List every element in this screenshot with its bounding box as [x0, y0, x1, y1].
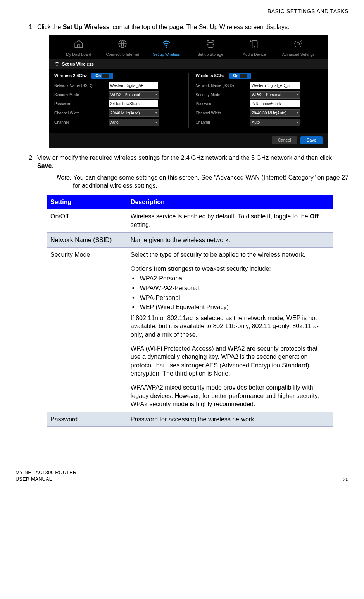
cell-setting: On/Off	[47, 209, 127, 232]
cell-setting: Password	[47, 412, 127, 427]
ch24-select[interactable]: Auto▾	[109, 119, 159, 126]
nav-device-label: Add a Device	[232, 52, 276, 57]
svg-point-5	[254, 47, 255, 47]
svg-point-7	[57, 65, 57, 66]
storage-icon	[205, 39, 216, 49]
r3-p5: WPA/WPA2 mixed security mode provides be…	[131, 383, 329, 409]
wireless-24-column: Wireless 2.4Ghz On Network Name (SSID)We…	[54, 73, 181, 128]
chevron-down-icon: ▾	[297, 121, 298, 125]
step2-text-pre: View or modify the required wireless set…	[37, 154, 332, 161]
toggle-24[interactable]: On	[91, 73, 113, 80]
ch5-label: Channel	[196, 120, 246, 125]
note-block: Note: You can change some settings on th…	[57, 173, 348, 190]
ch24-value: Auto	[110, 120, 119, 125]
step-1: Click the Set Up Wireless icon at the to…	[36, 23, 348, 148]
pw5-label: Password	[196, 101, 246, 107]
sec5-value: WPA2 - Personal	[252, 92, 281, 98]
step1-text-post: icon at the top of the page. The Set Up …	[110, 24, 290, 30]
svg-point-2	[166, 47, 167, 48]
r1-post: setting.	[131, 222, 151, 228]
chevron-down-icon: ▾	[155, 111, 157, 115]
cw24-select[interactable]: 20/40 MHz(Auto)▾	[109, 109, 159, 117]
settings-table: Setting Description On/Off Wireless serv…	[47, 195, 333, 427]
step2-bold: Save	[37, 163, 52, 169]
note-label: Note:	[57, 174, 71, 181]
sec24-label: Security Mode	[54, 92, 105, 98]
step-2: View or modify the required wireless set…	[36, 154, 348, 427]
r3-p1: Select the type of security to be applie…	[131, 251, 329, 259]
r3-p3: If 802.11n or 802.11ac is selected as th…	[131, 314, 329, 339]
wireless-setup-screenshot: My Dashboard Connect to Internet Set up …	[49, 35, 328, 148]
nav-wireless[interactable]: Set up Wireless	[145, 39, 188, 57]
ssid5-input[interactable]: Western Digital_AD_5	[250, 82, 300, 89]
nav-connect[interactable]: Connect to Internet	[100, 39, 144, 57]
nav-dashboard[interactable]: My Dashboard	[57, 39, 100, 57]
page-number: 20	[343, 476, 348, 483]
pw24-label: Password	[54, 101, 105, 107]
cw24-label: Channel Width	[54, 111, 105, 116]
list-item: WPA/WPA2-Personal	[138, 284, 329, 293]
ch24-label: Channel	[54, 120, 105, 125]
cw5-label: Channel Width	[196, 111, 246, 116]
cw5-select[interactable]: 20/40/80 MHz(Auto)▾	[250, 109, 300, 117]
cw5-value: 20/40/80 MHz(Auto)	[252, 111, 287, 116]
cw24-value: 20/40 MHz(Auto)	[110, 111, 140, 116]
footer-line1: MY NET AC1300 ROUTER	[16, 469, 348, 476]
list-item: WEP (Wired Equivalent Privacy)	[138, 303, 329, 312]
cancel-button[interactable]: Cancel	[272, 136, 297, 144]
page-footer: MY NET AC1300 ROUTER USER MANUAL 20	[16, 469, 348, 483]
ch5-value: Auto	[252, 120, 260, 125]
table-row: On/Off Wireless service is enabled by de…	[47, 209, 333, 232]
step2-text-post: .	[52, 163, 53, 169]
r3-p4: WPA (Wi-Fi Protected Access) and WPA2 ar…	[131, 345, 329, 378]
cell-desc: Wireless service is enabled by default. …	[127, 209, 333, 232]
panel-title-text: Set up Wireless	[62, 61, 94, 67]
step1-bold: Set Up Wireless	[63, 24, 110, 30]
panel-title: Set up Wireless	[49, 59, 328, 69]
sec5-label: Security Mode	[196, 92, 246, 98]
list-item: WPA2-Personal	[138, 274, 329, 283]
nav-connect-label: Connect to Internet	[100, 52, 144, 57]
toggle-5[interactable]: On	[229, 73, 251, 80]
list-item: WPA-Personal	[138, 294, 329, 302]
svg-point-3	[207, 40, 214, 43]
chevron-down-icon: ▾	[297, 93, 298, 97]
nav-device[interactable]: Add a Device	[232, 39, 276, 57]
wifi-icon	[161, 39, 172, 49]
home-icon	[73, 39, 84, 49]
nav-storage[interactable]: Set up Storage	[188, 39, 232, 57]
ssid5-label: Network Name (SSID)	[196, 83, 246, 88]
sec24-select[interactable]: WPA2 - Personal▾	[109, 91, 159, 99]
th-description: Description	[127, 195, 333, 209]
nav-dashboard-label: My Dashboard	[57, 52, 100, 57]
r1-pre: Wireless service is enabled by default. …	[131, 213, 310, 220]
chevron-down-icon: ▾	[297, 111, 298, 115]
col24-title: Wireless 2.4Ghz	[54, 73, 87, 79]
ssid24-input[interactable]: Western Digital_AE	[109, 82, 158, 89]
ch5-select[interactable]: Auto▾	[250, 119, 300, 126]
cell-setting: Security Mode	[47, 248, 127, 412]
cell-desc: Select the type of security to be applie…	[127, 248, 333, 412]
note-text: You can change some settings on this scr…	[73, 174, 348, 189]
wireless-5-column: Wireless 5Ghz On Network Name (SSID)West…	[188, 73, 323, 128]
sec24-value: WPA2 - Personal	[110, 92, 140, 98]
gear-icon	[293, 39, 304, 49]
pw24-input[interactable]: 27RainbowShark	[109, 100, 158, 107]
save-button[interactable]: Save	[300, 136, 323, 144]
table-row: Network Name (SSID) Name given to the wi…	[47, 232, 333, 248]
globe-icon	[117, 39, 128, 49]
wifi-small-icon	[54, 61, 60, 67]
footer-line2: USER MANUAL	[16, 476, 348, 483]
col5-title: Wireless 5Ghz	[196, 73, 225, 79]
security-options-list: WPA2-Personal WPA/WPA2-Personal WPA-Pers…	[131, 274, 329, 311]
section-header: BASIC SETTINGS AND TASKS	[16, 8, 348, 15]
sec5-select[interactable]: WPA2 - Personal▾	[250, 91, 300, 99]
nav-advanced-label: Advanced Settings	[276, 52, 320, 57]
nav-storage-label: Set up Storage	[188, 52, 232, 57]
pw5-input[interactable]: 27RainbowShark	[250, 100, 300, 107]
ssid24-label: Network Name (SSID)	[54, 83, 105, 88]
svg-rect-0	[77, 45, 80, 48]
nav-advanced[interactable]: Advanced Settings	[276, 39, 320, 57]
chevron-down-icon: ▾	[155, 93, 157, 97]
cell-desc: Name given to the wireless network.	[127, 232, 333, 248]
